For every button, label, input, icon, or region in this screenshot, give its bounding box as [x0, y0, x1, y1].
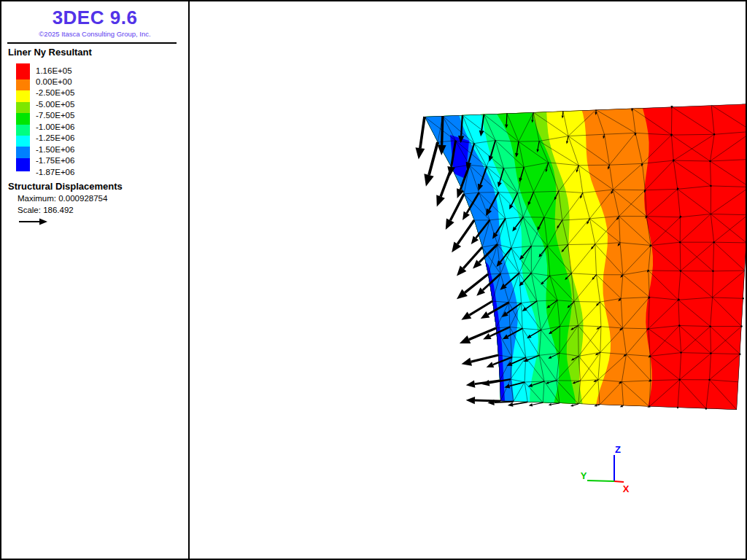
- legend-label: -5.00E+05: [36, 99, 74, 110]
- legend-label: -1.00E+06: [36, 122, 74, 133]
- displacement-scale-arrow-icon: [18, 216, 51, 228]
- displacements-title: Structural Displacements: [8, 181, 123, 192]
- app-title: 3DEC 9.6: [1, 7, 188, 29]
- legend-label: -2.50E+05: [36, 88, 74, 98]
- displacements-scale: Scale: 186.492: [18, 206, 74, 214]
- legend-swatch: [16, 147, 30, 158]
- legend-swatch: [16, 90, 30, 101]
- legend-swatch: [16, 125, 30, 136]
- legend-swatch: [16, 79, 30, 90]
- z-axis-label: Z: [615, 444, 621, 455]
- x-axis-label: X: [623, 483, 630, 494]
- legend-label: -1.50E+06: [36, 144, 74, 155]
- y-axis-label: Y: [581, 470, 587, 481]
- legend-label: 1.16E+05: [36, 66, 72, 77]
- 3dec-window: ZYX 3DEC 9.6 ©2025 Itasca Consulting Gro…: [0, 0, 747, 560]
- header-divider: [7, 42, 177, 44]
- legend-title: Liner Ny Resultant: [8, 47, 92, 58]
- legend-swatch: [16, 63, 30, 79]
- legend-label: -1.87E+06: [36, 167, 74, 178]
- legend-label: -7.50E+05: [36, 110, 74, 121]
- legend-swatch: [16, 102, 30, 113]
- displacements-maximum: Maximum: 0.000928754: [18, 194, 107, 203]
- sidebar-divider: [188, 1, 190, 559]
- legend-label: -1.75E+06: [36, 155, 74, 166]
- legend-swatch: [16, 158, 30, 171]
- legend-label: 0.00E+00: [36, 77, 72, 88]
- axis-triad: ZYX: [581, 444, 630, 494]
- legend-swatch: [16, 136, 30, 147]
- copyright-text: ©2025 Itasca Consulting Group, Inc.: [1, 30, 188, 38]
- legend-sidebar: 3DEC 9.6 ©2025 Itasca Consulting Group, …: [1, 1, 188, 559]
- legend-label: -1.25E+06: [36, 133, 74, 144]
- legend-swatch: [16, 113, 30, 124]
